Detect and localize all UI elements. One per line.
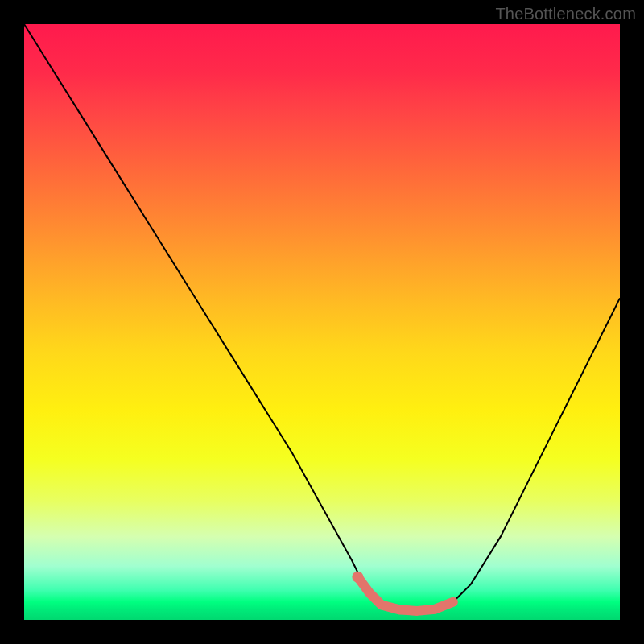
optimal-range-highlight [357,577,452,611]
optimal-range-start-dot [352,572,363,583]
chart-svg [24,24,620,620]
watermark-text: TheBottleneck.com [495,5,636,23]
chart-plot-area [24,24,620,620]
bottleneck-curve-line [24,24,620,611]
